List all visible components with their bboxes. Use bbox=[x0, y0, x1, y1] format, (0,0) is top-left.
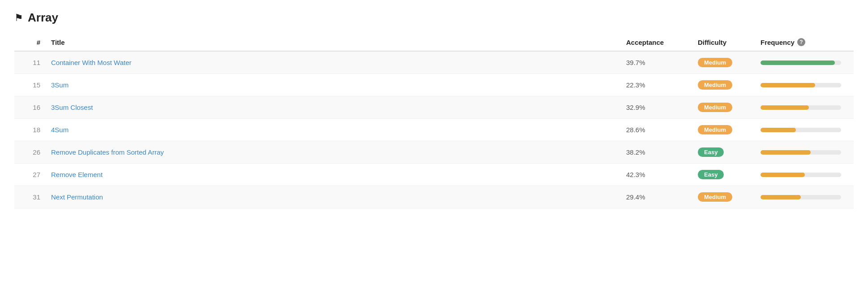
frequency-bar bbox=[761, 150, 811, 155]
table-row: 153Sum22.3%Medium bbox=[14, 74, 854, 96]
row-frequency bbox=[755, 164, 854, 186]
col-header-number: # bbox=[14, 34, 46, 51]
row-title: Container With Most Water bbox=[46, 51, 621, 74]
row-frequency bbox=[755, 51, 854, 74]
table-header-row: # Title Acceptance Difficulty Frequency … bbox=[14, 34, 854, 51]
frequency-bar-container bbox=[761, 61, 841, 65]
col-header-title: Title bbox=[46, 34, 621, 51]
problem-link[interactable]: Container With Most Water bbox=[51, 59, 132, 66]
frequency-bar bbox=[761, 195, 801, 199]
problem-link[interactable]: Remove Duplicates from Sorted Array bbox=[51, 148, 164, 156]
row-number: 16 bbox=[14, 96, 46, 119]
frequency-bar-container bbox=[761, 195, 841, 199]
row-frequency bbox=[755, 186, 854, 208]
row-acceptance: 32.9% bbox=[621, 96, 692, 119]
row-number: 27 bbox=[14, 164, 46, 186]
row-acceptance: 39.7% bbox=[621, 51, 692, 74]
row-title: Remove Element bbox=[46, 164, 621, 186]
problem-link[interactable]: 4Sum bbox=[51, 126, 69, 134]
table-row: 163Sum Closest32.9%Medium bbox=[14, 96, 854, 119]
row-frequency bbox=[755, 141, 854, 164]
difficulty-badge: Medium bbox=[698, 103, 732, 112]
row-difficulty: Easy bbox=[692, 164, 755, 186]
col-header-frequency: Frequency ? bbox=[755, 34, 854, 51]
row-number: 31 bbox=[14, 186, 46, 208]
row-difficulty: Medium bbox=[692, 186, 755, 208]
difficulty-badge: Easy bbox=[698, 170, 724, 179]
frequency-bar-container bbox=[761, 173, 841, 177]
problem-link[interactable]: Remove Element bbox=[51, 171, 103, 178]
row-acceptance: 38.2% bbox=[621, 141, 692, 164]
row-title: 4Sum bbox=[46, 119, 621, 141]
row-acceptance: 29.4% bbox=[621, 186, 692, 208]
row-acceptance: 42.3% bbox=[621, 164, 692, 186]
row-difficulty: Medium bbox=[692, 51, 755, 74]
row-difficulty: Medium bbox=[692, 119, 755, 141]
page-title: Array bbox=[28, 11, 58, 25]
frequency-bar-container bbox=[761, 83, 841, 87]
row-acceptance: 28.6% bbox=[621, 119, 692, 141]
difficulty-badge: Medium bbox=[698, 80, 732, 90]
row-difficulty: Medium bbox=[692, 96, 755, 119]
page-header: ⚑ Array bbox=[14, 11, 854, 25]
row-acceptance: 22.3% bbox=[621, 74, 692, 96]
frequency-bar-container bbox=[761, 105, 841, 110]
table-row: 11Container With Most Water39.7%Medium bbox=[14, 51, 854, 74]
difficulty-badge: Medium bbox=[698, 192, 732, 202]
difficulty-badge: Medium bbox=[698, 58, 732, 67]
frequency-help-icon[interactable]: ? bbox=[797, 38, 805, 46]
row-title: 3Sum bbox=[46, 74, 621, 96]
table-row: 31Next Permutation29.4%Medium bbox=[14, 186, 854, 208]
col-header-difficulty: Difficulty bbox=[692, 34, 755, 51]
table-row: 184Sum28.6%Medium bbox=[14, 119, 854, 141]
row-title: 3Sum Closest bbox=[46, 96, 621, 119]
frequency-bar bbox=[761, 173, 805, 177]
row-number: 15 bbox=[14, 74, 46, 96]
col-header-acceptance: Acceptance bbox=[621, 34, 692, 51]
problems-table: # Title Acceptance Difficulty Frequency … bbox=[14, 34, 854, 208]
frequency-bar bbox=[761, 128, 796, 132]
row-difficulty: Easy bbox=[692, 141, 755, 164]
row-number: 26 bbox=[14, 141, 46, 164]
frequency-bar-container bbox=[761, 150, 841, 155]
problem-link[interactable]: 3Sum Closest bbox=[51, 104, 93, 111]
row-title: Remove Duplicates from Sorted Array bbox=[46, 141, 621, 164]
problem-link[interactable]: Next Permutation bbox=[51, 193, 103, 201]
difficulty-badge: Easy bbox=[698, 147, 724, 157]
problem-link[interactable]: 3Sum bbox=[51, 81, 69, 89]
row-difficulty: Medium bbox=[692, 74, 755, 96]
frequency-bar bbox=[761, 61, 835, 65]
table-row: 26Remove Duplicates from Sorted Array38.… bbox=[14, 141, 854, 164]
row-number: 18 bbox=[14, 119, 46, 141]
frequency-bar bbox=[761, 105, 809, 110]
row-frequency bbox=[755, 96, 854, 119]
table-row: 27Remove Element42.3%Easy bbox=[14, 164, 854, 186]
frequency-bar-container bbox=[761, 128, 841, 132]
row-frequency bbox=[755, 74, 854, 96]
row-frequency bbox=[755, 119, 854, 141]
difficulty-badge: Medium bbox=[698, 125, 732, 134]
frequency-bar bbox=[761, 83, 815, 87]
row-number: 11 bbox=[14, 51, 46, 74]
row-title: Next Permutation bbox=[46, 186, 621, 208]
bookmark-icon: ⚑ bbox=[14, 12, 23, 24]
